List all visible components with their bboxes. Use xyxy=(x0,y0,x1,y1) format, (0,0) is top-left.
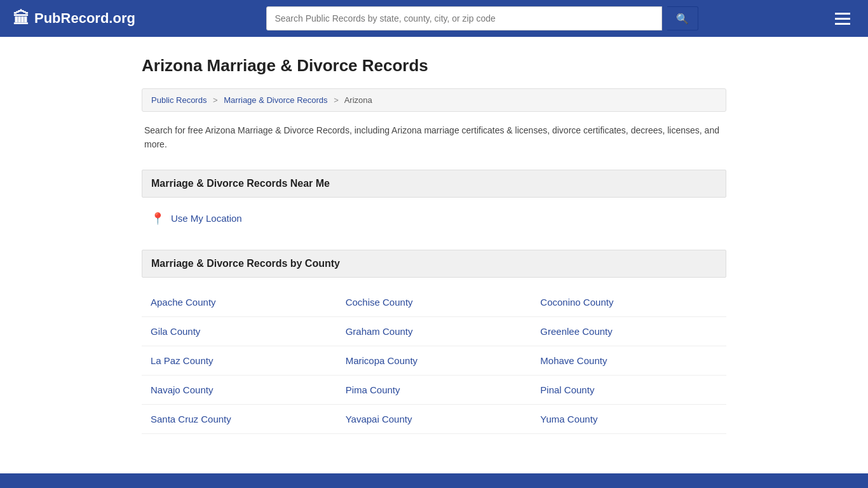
county-link[interactable]: Pinal County xyxy=(540,384,594,395)
county-cell: Mohave County xyxy=(531,346,726,376)
breadcrumb-arizona: Arizona xyxy=(344,95,372,105)
search-bar: 🔍 xyxy=(266,6,698,30)
county-link[interactable]: Gila County xyxy=(151,326,200,337)
site-logo[interactable]: 🏛 PubRecord.org xyxy=(13,9,135,29)
county-cell: Graham County xyxy=(337,317,532,346)
county-link[interactable]: Greenlee County xyxy=(540,326,612,337)
main-content: Arizona Marriage & Divorce Records Publi… xyxy=(129,37,739,473)
county-link[interactable]: Santa Cruz County xyxy=(151,414,231,424)
breadcrumb-sep-1: > xyxy=(213,95,218,105)
county-cell: Greenlee County xyxy=(531,317,726,346)
county-link[interactable]: Navajo County xyxy=(151,384,213,395)
near-me-header: Marriage & Divorce Records Near Me xyxy=(142,170,726,198)
breadcrumb-sep-2: > xyxy=(334,95,339,105)
county-link[interactable]: Maricopa County xyxy=(346,355,417,366)
county-cell: Maricopa County xyxy=(337,346,532,376)
county-cell: Yuma County xyxy=(531,405,726,434)
county-cell: Pima County xyxy=(337,376,532,405)
county-cell: Navajo County xyxy=(142,376,337,405)
county-section-header: Marriage & Divorce Records by County xyxy=(142,250,726,278)
page-title: Arizona Marriage & Divorce Records xyxy=(142,56,726,76)
site-footer: About UsContact UsPrivacy PolicyTerms an… xyxy=(0,473,868,488)
page-description: Search for free Arizona Marriage & Divor… xyxy=(142,123,726,152)
county-link[interactable]: Mohave County xyxy=(540,355,607,366)
breadcrumb-public-records[interactable]: Public Records xyxy=(151,95,207,105)
county-cell: Coconino County xyxy=(531,288,726,317)
county-grid: Apache CountyCochise CountyCoconino Coun… xyxy=(142,288,726,434)
county-cell: Gila County xyxy=(142,317,337,346)
breadcrumb-marriage-divorce[interactable]: Marriage & Divorce Records xyxy=(224,95,327,105)
county-link[interactable]: Graham County xyxy=(346,326,413,337)
county-cell: Yavapai County xyxy=(337,405,532,434)
search-input[interactable] xyxy=(266,6,662,30)
county-link[interactable]: Coconino County xyxy=(540,297,613,308)
county-cell: La Paz County xyxy=(142,346,337,376)
county-link[interactable]: La Paz County xyxy=(151,355,213,366)
county-cell: Cochise County xyxy=(337,288,532,317)
site-header: 🏛 PubRecord.org 🔍 xyxy=(0,0,868,37)
county-link[interactable]: Pima County xyxy=(346,384,400,395)
county-link[interactable]: Yavapai County xyxy=(346,414,412,424)
county-cell: Pinal County xyxy=(531,376,726,405)
breadcrumb: Public Records > Marriage & Divorce Reco… xyxy=(142,88,726,112)
search-button[interactable]: 🔍 xyxy=(667,6,698,30)
county-cell: Apache County xyxy=(142,288,337,317)
menu-bar-1 xyxy=(835,13,850,15)
county-link[interactable]: Yuma County xyxy=(540,414,597,424)
county-section: Marriage & Divorce Records by County Apa… xyxy=(142,250,726,434)
county-link[interactable]: Apache County xyxy=(151,297,216,308)
menu-bar-2 xyxy=(835,18,850,20)
menu-bar-3 xyxy=(835,23,850,25)
site-name: PubRecord.org xyxy=(34,10,135,27)
county-cell: Santa Cruz County xyxy=(142,405,337,434)
menu-button[interactable] xyxy=(830,10,855,27)
county-link[interactable]: Cochise County xyxy=(346,297,413,308)
location-pin-icon: 📍 xyxy=(151,212,165,226)
near-me-section: Marriage & Divorce Records Near Me 📍 Use… xyxy=(142,170,726,229)
logo-building-icon: 🏛 xyxy=(13,9,29,29)
use-location-link[interactable]: 📍 Use My Location xyxy=(142,208,726,229)
use-location-label: Use My Location xyxy=(171,213,242,224)
